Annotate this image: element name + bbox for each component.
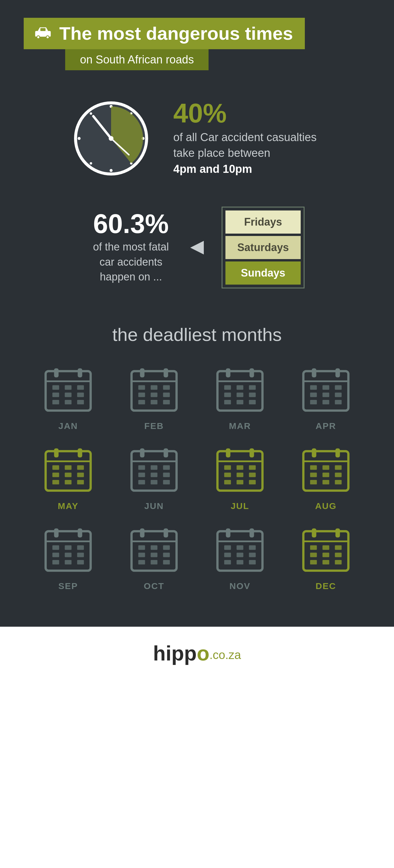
svg-rect-109	[249, 480, 256, 485]
svg-rect-132	[77, 553, 84, 557]
svg-rect-140	[138, 546, 145, 550]
month-oct-label: OCT	[144, 581, 164, 591]
svg-rect-91	[138, 472, 145, 477]
svg-rect-93	[163, 472, 170, 477]
svg-rect-122	[335, 480, 341, 485]
svg-rect-87	[164, 448, 168, 458]
svg-rect-56	[237, 400, 243, 404]
calendar-mar-icon	[212, 360, 268, 416]
svg-point-12	[90, 112, 92, 115]
svg-rect-170	[323, 553, 329, 557]
svg-point-9	[109, 169, 112, 172]
svg-rect-134	[65, 560, 72, 564]
calendar-aug-icon	[298, 440, 354, 496]
month-nov: NOV	[201, 520, 278, 591]
svg-rect-160	[237, 560, 243, 564]
footer: hippo.co.za	[0, 627, 394, 680]
month-aug-label: AUG	[315, 501, 337, 511]
calendar-jul-icon	[212, 440, 268, 496]
svg-rect-28	[77, 393, 84, 397]
svg-rect-84	[132, 451, 176, 491]
svg-rect-167	[323, 546, 329, 550]
month-aug: AUG	[287, 440, 364, 511]
month-apr-label: APR	[316, 421, 336, 431]
svg-rect-53	[237, 393, 243, 397]
svg-point-3	[37, 36, 39, 38]
svg-rect-66	[323, 393, 329, 397]
svg-rect-44	[163, 400, 170, 404]
svg-rect-151	[226, 529, 230, 537]
days-section: 60.3% of the most fatal car accidents ha…	[0, 195, 394, 312]
svg-rect-131	[65, 553, 72, 557]
month-feb: FEB	[116, 360, 193, 431]
svg-rect-135	[77, 560, 84, 564]
svg-rect-24	[65, 385, 72, 390]
month-apr: APR	[287, 360, 364, 431]
svg-point-18	[109, 136, 113, 141]
svg-rect-31	[77, 400, 84, 404]
month-nov-label: NOV	[229, 581, 250, 591]
svg-rect-19	[45, 371, 91, 410]
svg-rect-54	[249, 393, 256, 397]
svg-rect-169	[310, 553, 317, 557]
svg-rect-126	[77, 529, 82, 537]
svg-rect-97	[218, 451, 262, 491]
svg-point-10	[77, 137, 80, 140]
svg-rect-174	[335, 560, 341, 564]
svg-rect-168	[335, 546, 341, 550]
svg-rect-75	[53, 465, 59, 470]
calendar-jan-icon	[40, 360, 96, 416]
clock-percent: 40%	[173, 100, 321, 127]
month-feb-label: FEB	[144, 421, 164, 431]
svg-rect-117	[310, 472, 317, 477]
svg-rect-69	[323, 400, 329, 404]
svg-rect-166	[310, 546, 317, 550]
svg-rect-55	[224, 400, 231, 404]
svg-rect-35	[164, 369, 168, 377]
svg-rect-51	[249, 385, 256, 390]
calendar-jun-icon	[126, 440, 182, 496]
svg-rect-129	[77, 546, 84, 550]
svg-rect-125	[54, 529, 59, 537]
svg-rect-148	[163, 560, 170, 564]
svg-rect-41	[163, 393, 170, 397]
sunday-row: Sundays	[225, 261, 301, 285]
svg-rect-42	[138, 400, 145, 404]
svg-rect-171	[335, 553, 341, 557]
svg-rect-133	[53, 560, 59, 564]
svg-rect-89	[151, 465, 158, 470]
svg-rect-155	[249, 546, 256, 550]
subtitle-banner: on South African roads	[65, 49, 208, 70]
logo: hippo.co.za	[153, 642, 241, 665]
svg-rect-120	[310, 480, 317, 485]
month-jun-label: JUN	[144, 501, 164, 511]
svg-rect-90	[163, 465, 170, 470]
svg-rect-79	[65, 472, 72, 477]
svg-rect-6	[40, 28, 45, 31]
svg-rect-37	[151, 385, 158, 390]
svg-rect-21	[54, 369, 59, 377]
page-title: The most dangerous times	[59, 24, 293, 43]
svg-rect-145	[163, 553, 170, 557]
clock-stat: 40% of all Car accident casualties take …	[173, 100, 321, 177]
svg-rect-83	[77, 480, 84, 485]
svg-rect-147	[151, 560, 158, 564]
month-may-label: MAY	[58, 501, 78, 511]
svg-rect-49	[224, 385, 231, 390]
svg-rect-156	[224, 553, 231, 557]
svg-rect-106	[249, 472, 256, 477]
svg-rect-95	[151, 480, 158, 485]
svg-rect-32	[132, 371, 176, 410]
calendar-apr-icon	[298, 360, 354, 416]
svg-rect-68	[310, 400, 317, 404]
svg-rect-81	[53, 480, 59, 485]
svg-rect-159	[224, 560, 231, 564]
svg-rect-88	[138, 465, 145, 470]
svg-rect-149	[218, 531, 262, 571]
svg-rect-50	[237, 385, 243, 390]
svg-rect-127	[53, 546, 59, 550]
days-box: Fridays Saturdays Sundays	[222, 207, 304, 288]
svg-rect-96	[163, 480, 170, 485]
svg-rect-157	[237, 553, 243, 557]
calendar-dec-icon	[298, 520, 354, 576]
